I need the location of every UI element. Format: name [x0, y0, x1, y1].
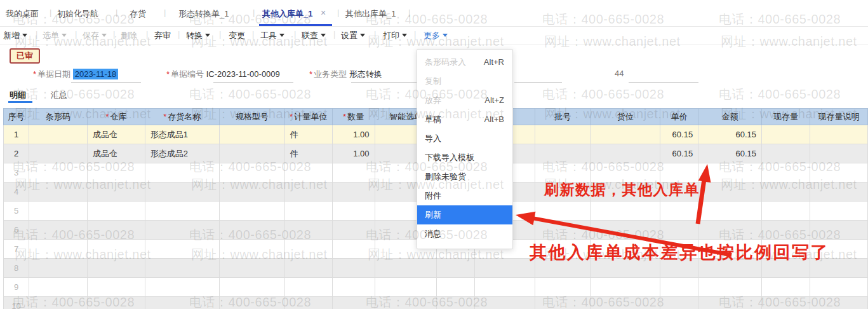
cell-r8-c10[interactable] [475, 259, 535, 278]
tab-summary[interactable]: 汇总 [51, 90, 67, 101]
col-header-1[interactable]: 序号 [4, 109, 29, 125]
col-header-11[interactable]: 批号 [535, 109, 591, 125]
cell-r5-c4[interactable] [145, 202, 219, 221]
cell-r10-c12[interactable] [591, 297, 660, 309]
cell-r3-c11[interactable] [535, 163, 591, 182]
cell-r6-c2[interactable] [29, 221, 87, 240]
cell-r9-c8[interactable] [375, 278, 437, 297]
cell-r10-c7[interactable] [332, 297, 375, 309]
toolbar-9-button[interactable]: 联查 [302, 30, 326, 41]
cell-r2-c12[interactable] [591, 144, 660, 163]
toolbar-4-button[interactable]: 删除 [121, 30, 137, 41]
cell-r9-c13[interactable] [660, 278, 698, 297]
cell-r8-c8[interactable] [375, 259, 437, 278]
cell-r10-c16[interactable] [810, 297, 867, 309]
cell-r3-c1[interactable]: 3 [4, 163, 29, 182]
cell-r1-c12[interactable] [591, 125, 660, 144]
cell-r3-c7[interactable] [332, 163, 375, 182]
doc-no-input[interactable]: IC-2023-11-00-0009 [206, 69, 280, 79]
cell-r5-c15[interactable] [762, 202, 810, 221]
cell-r2-c5[interactable] [219, 144, 284, 163]
cell-r2-c6[interactable]: 件 [284, 144, 332, 163]
cell-r3-c13[interactable] [660, 163, 698, 182]
cell-r5-c11[interactable] [535, 202, 591, 221]
cell-r4-c2[interactable] [29, 182, 87, 202]
cell-r10-c5[interactable] [219, 297, 284, 309]
cell-r10-c11[interactable] [535, 297, 591, 309]
cell-r8-c3[interactable] [87, 259, 145, 278]
cell-r3-c16[interactable] [810, 163, 867, 182]
cell-r3-c2[interactable] [29, 163, 87, 182]
cell-r6-c11[interactable] [535, 221, 591, 240]
cell-r5-c1[interactable]: 5 [4, 202, 29, 221]
cell-r10-c4[interactable] [145, 297, 219, 309]
tab-4[interactable]: 形态转换单_1 [178, 8, 229, 20]
menu-item-1[interactable]: 条形码录入Alt+R [417, 53, 512, 72]
cell-r1-c5[interactable] [219, 125, 284, 144]
cell-r9-c14[interactable] [698, 278, 762, 297]
table-row-8[interactable]: 8 [4, 259, 868, 278]
cell-r9-c6[interactable] [284, 278, 332, 297]
cell-r4-c16[interactable] [810, 182, 867, 202]
cell-r4-c12[interactable] [591, 182, 660, 202]
col-header-2[interactable]: 条形码 [29, 109, 87, 125]
cell-r8-c13[interactable] [660, 259, 698, 278]
cell-r4-c11[interactable] [535, 182, 591, 202]
cell-r3-c12[interactable] [591, 163, 660, 182]
cell-r10-c8[interactable] [375, 297, 437, 309]
cell-r2-c7[interactable]: 1.00 [332, 144, 375, 163]
tab-2[interactable]: 初始化导航 [57, 8, 98, 20]
cell-r8-c4[interactable] [145, 259, 219, 278]
cell-r2-c11[interactable] [535, 144, 591, 163]
cell-r4-c7[interactable] [332, 182, 375, 202]
col-header-15[interactable]: 现存量 [762, 109, 810, 125]
cell-r3-c15[interactable] [762, 163, 810, 182]
toolbar-11-button[interactable]: 打印 [383, 30, 407, 41]
cell-r4-c4[interactable] [145, 182, 219, 202]
cell-r8-c14[interactable] [698, 259, 762, 278]
col-header-16[interactable]: 现存量说明 [810, 109, 867, 125]
col-header-12[interactable]: 货位 [591, 109, 660, 125]
toolbar-1-button[interactable]: 新增 [3, 30, 27, 41]
cell-r5-c16[interactable] [810, 202, 867, 221]
cell-r6-c14[interactable] [698, 221, 762, 240]
col-header-5[interactable]: 规格型号 [219, 109, 284, 125]
cell-r2-c13[interactable]: 60.15 [660, 144, 698, 163]
cell-r5-c7[interactable] [332, 202, 375, 221]
menu-item-8[interactable]: 附件 [417, 186, 512, 205]
tab-5[interactable]: 其他入库单_1 [262, 8, 312, 20]
cell-r6-c6[interactable] [284, 221, 332, 240]
menu-item-9[interactable]: 刷新 [417, 205, 512, 224]
cell-r6-c7[interactable] [332, 221, 375, 240]
cell-r10-c13[interactable] [660, 297, 698, 309]
cell-r3-c3[interactable] [87, 163, 145, 182]
cell-r9-c1[interactable]: 9 [4, 278, 29, 297]
col-header-4[interactable]: *存货名称 [145, 109, 219, 125]
cell-r10-c1[interactable]: 10 [4, 297, 29, 309]
cell-r10-c9[interactable] [437, 297, 475, 309]
cell-r7-c7[interactable] [332, 240, 375, 259]
cell-r7-c1[interactable]: 7 [4, 240, 29, 259]
cell-r7-c13[interactable] [660, 240, 698, 259]
toolbar-2-button[interactable]: 选单 [43, 30, 67, 41]
cell-r10-c2[interactable] [29, 297, 87, 309]
menu-item-7[interactable]: 删除未验货 [417, 167, 512, 186]
cell-r9-c15[interactable] [762, 278, 810, 297]
cell-r3-c5[interactable] [219, 163, 284, 182]
cell-r9-c16[interactable] [810, 278, 867, 297]
cell-r7-c14[interactable] [698, 240, 762, 259]
cell-r10-c3[interactable] [87, 297, 145, 309]
cell-r7-c6[interactable] [284, 240, 332, 259]
cell-r4-c15[interactable] [762, 182, 810, 202]
cell-r6-c15[interactable] [762, 221, 810, 240]
cell-r6-c5[interactable] [219, 221, 284, 240]
cell-r5-c13[interactable] [660, 202, 698, 221]
menu-item-2[interactable]: 复制 [417, 72, 512, 91]
cell-r9-c4[interactable] [145, 278, 219, 297]
col-header-13[interactable]: 单价 [660, 109, 698, 125]
cell-r2-c4[interactable]: 形态成品2 [145, 144, 219, 163]
toolbar-8-button[interactable]: 工具 [260, 30, 284, 41]
cell-r9-c11[interactable] [535, 278, 591, 297]
cell-r3-c6[interactable] [284, 163, 332, 182]
toolbar-3-button[interactable]: 保存 [83, 30, 107, 41]
